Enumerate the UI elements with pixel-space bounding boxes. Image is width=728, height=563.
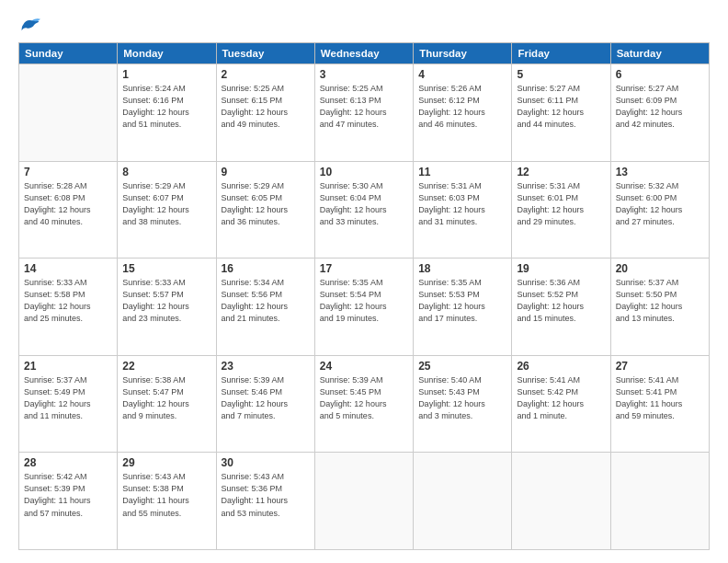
calendar-day-cell: 30Sunrise: 5:43 AM Sunset: 5:36 PM Dayli… — [216, 453, 314, 550]
day-info: Sunrise: 5:34 AM Sunset: 5:56 PM Dayligh… — [222, 277, 310, 325]
day-number: 22 — [122, 360, 210, 373]
calendar-day-cell: 18Sunrise: 5:35 AM Sunset: 5:53 PM Dayli… — [414, 259, 512, 356]
day-number: 24 — [320, 360, 408, 373]
day-number: 13 — [616, 166, 704, 178]
calendar-day-cell: 25Sunrise: 5:40 AM Sunset: 5:43 PM Dayli… — [414, 355, 512, 453]
day-info: Sunrise: 5:41 AM Sunset: 5:41 PM Dayligh… — [616, 374, 704, 422]
calendar-day-cell — [610, 453, 709, 550]
day-number: 15 — [122, 262, 210, 275]
day-number: 30 — [222, 456, 310, 469]
day-number: 20 — [616, 262, 704, 275]
day-info: Sunrise: 5:28 AM Sunset: 6:08 PM Dayligh… — [24, 180, 112, 228]
day-number: 18 — [418, 262, 506, 275]
day-number: 11 — [418, 166, 506, 178]
day-number: 1 — [122, 68, 210, 81]
weekday-friday: Friday — [512, 43, 610, 64]
calendar-day-cell: 10Sunrise: 5:30 AM Sunset: 6:04 PM Dayli… — [314, 161, 413, 259]
day-number: 28 — [24, 456, 112, 469]
weekday-monday: Monday — [118, 43, 216, 64]
day-info: Sunrise: 5:36 AM Sunset: 5:52 PM Dayligh… — [517, 277, 605, 325]
day-number: 14 — [24, 262, 112, 275]
weekday-wednesday: Wednesday — [314, 43, 413, 64]
calendar-day-cell — [314, 453, 413, 550]
day-info: Sunrise: 5:43 AM Sunset: 5:38 PM Dayligh… — [122, 471, 210, 519]
calendar-week-3: 14Sunrise: 5:33 AM Sunset: 5:58 PM Dayli… — [19, 259, 710, 356]
calendar-day-cell: 24Sunrise: 5:39 AM Sunset: 5:45 PM Dayli… — [314, 355, 413, 453]
day-number: 21 — [24, 360, 112, 373]
weekday-sunday: Sunday — [19, 43, 118, 64]
day-number: 3 — [320, 68, 408, 81]
day-info: Sunrise: 5:29 AM Sunset: 6:05 PM Dayligh… — [222, 180, 310, 228]
calendar-day-cell: 28Sunrise: 5:42 AM Sunset: 5:39 PM Dayli… — [19, 453, 118, 550]
day-info: Sunrise: 5:27 AM Sunset: 6:11 PM Dayligh… — [517, 83, 605, 131]
calendar-day-cell: 3Sunrise: 5:25 AM Sunset: 6:13 PM Daylig… — [314, 64, 413, 162]
calendar-day-cell: 14Sunrise: 5:33 AM Sunset: 5:58 PM Dayli… — [19, 259, 118, 356]
weekday-thursday: Thursday — [414, 43, 512, 64]
calendar-day-cell: 6Sunrise: 5:27 AM Sunset: 6:09 PM Daylig… — [610, 64, 709, 162]
calendar-day-cell: 5Sunrise: 5:27 AM Sunset: 6:11 PM Daylig… — [512, 64, 610, 162]
header — [18, 17, 710, 33]
day-info: Sunrise: 5:41 AM Sunset: 5:42 PM Dayligh… — [517, 374, 605, 422]
day-info: Sunrise: 5:24 AM Sunset: 6:16 PM Dayligh… — [122, 83, 210, 131]
day-info: Sunrise: 5:43 AM Sunset: 5:36 PM Dayligh… — [222, 471, 310, 519]
day-number: 2 — [222, 68, 310, 81]
calendar-day-cell: 17Sunrise: 5:35 AM Sunset: 5:54 PM Dayli… — [314, 259, 413, 356]
calendar-day-cell: 9Sunrise: 5:29 AM Sunset: 6:05 PM Daylig… — [216, 161, 314, 259]
calendar-day-cell: 15Sunrise: 5:33 AM Sunset: 5:57 PM Dayli… — [118, 259, 216, 356]
day-info: Sunrise: 5:35 AM Sunset: 5:53 PM Dayligh… — [418, 277, 506, 325]
calendar-day-cell — [512, 453, 610, 550]
day-info: Sunrise: 5:27 AM Sunset: 6:09 PM Dayligh… — [616, 83, 704, 131]
day-info: Sunrise: 5:38 AM Sunset: 5:47 PM Dayligh… — [122, 374, 210, 422]
calendar-week-1: 1Sunrise: 5:24 AM Sunset: 6:16 PM Daylig… — [19, 64, 710, 162]
calendar-day-cell: 23Sunrise: 5:39 AM Sunset: 5:46 PM Dayli… — [216, 355, 314, 453]
day-info: Sunrise: 5:37 AM Sunset: 5:49 PM Dayligh… — [24, 374, 112, 422]
day-number: 12 — [517, 166, 605, 178]
calendar-day-cell — [19, 64, 118, 162]
day-info: Sunrise: 5:26 AM Sunset: 6:12 PM Dayligh… — [418, 83, 506, 131]
logo-bird-icon — [20, 17, 40, 33]
calendar-day-cell: 1Sunrise: 5:24 AM Sunset: 6:16 PM Daylig… — [118, 64, 216, 162]
day-number: 5 — [517, 68, 605, 81]
day-info: Sunrise: 5:37 AM Sunset: 5:50 PM Dayligh… — [616, 277, 704, 325]
day-number: 8 — [122, 166, 210, 178]
calendar-day-cell: 4Sunrise: 5:26 AM Sunset: 6:12 PM Daylig… — [414, 64, 512, 162]
day-info: Sunrise: 5:29 AM Sunset: 6:07 PM Dayligh… — [122, 180, 210, 228]
day-number: 23 — [222, 360, 310, 373]
day-number: 19 — [517, 262, 605, 275]
day-info: Sunrise: 5:39 AM Sunset: 5:46 PM Dayligh… — [222, 374, 310, 422]
day-number: 10 — [320, 166, 408, 178]
calendar-week-4: 21Sunrise: 5:37 AM Sunset: 5:49 PM Dayli… — [19, 355, 710, 453]
day-info: Sunrise: 5:30 AM Sunset: 6:04 PM Dayligh… — [320, 180, 408, 228]
weekday-saturday: Saturday — [610, 43, 709, 64]
calendar-day-cell: 29Sunrise: 5:43 AM Sunset: 5:38 PM Dayli… — [118, 453, 216, 550]
day-info: Sunrise: 5:31 AM Sunset: 6:01 PM Dayligh… — [517, 180, 605, 228]
day-info: Sunrise: 5:25 AM Sunset: 6:15 PM Dayligh… — [222, 83, 310, 131]
calendar-day-cell: 20Sunrise: 5:37 AM Sunset: 5:50 PM Dayli… — [610, 259, 709, 356]
day-number: 29 — [122, 456, 210, 469]
day-number: 16 — [222, 262, 310, 275]
calendar-table: SundayMondayTuesdayWednesdayThursdayFrid… — [18, 42, 710, 550]
day-info: Sunrise: 5:42 AM Sunset: 5:39 PM Dayligh… — [24, 471, 112, 519]
calendar-day-cell: 19Sunrise: 5:36 AM Sunset: 5:52 PM Dayli… — [512, 259, 610, 356]
calendar-day-cell: 8Sunrise: 5:29 AM Sunset: 6:07 PM Daylig… — [118, 161, 216, 259]
day-number: 17 — [320, 262, 408, 275]
day-number: 4 — [418, 68, 506, 81]
day-number: 25 — [418, 360, 506, 373]
day-number: 26 — [517, 360, 605, 373]
calendar-day-cell: 26Sunrise: 5:41 AM Sunset: 5:42 PM Dayli… — [512, 355, 610, 453]
day-info: Sunrise: 5:35 AM Sunset: 5:54 PM Dayligh… — [320, 277, 408, 325]
calendar-day-cell: 7Sunrise: 5:28 AM Sunset: 6:08 PM Daylig… — [19, 161, 118, 259]
calendar-day-cell — [414, 453, 512, 550]
day-info: Sunrise: 5:33 AM Sunset: 5:58 PM Dayligh… — [24, 277, 112, 325]
day-info: Sunrise: 5:39 AM Sunset: 5:45 PM Dayligh… — [320, 374, 408, 422]
day-info: Sunrise: 5:40 AM Sunset: 5:43 PM Dayligh… — [418, 374, 506, 422]
day-info: Sunrise: 5:33 AM Sunset: 5:57 PM Dayligh… — [122, 277, 210, 325]
calendar-day-cell: 12Sunrise: 5:31 AM Sunset: 6:01 PM Dayli… — [512, 161, 610, 259]
weekday-header-row: SundayMondayTuesdayWednesdayThursdayFrid… — [19, 43, 710, 64]
weekday-tuesday: Tuesday — [216, 43, 314, 64]
day-number: 7 — [24, 166, 112, 178]
day-info: Sunrise: 5:31 AM Sunset: 6:03 PM Dayligh… — [418, 180, 506, 228]
calendar-day-cell: 11Sunrise: 5:31 AM Sunset: 6:03 PM Dayli… — [414, 161, 512, 259]
logo — [18, 17, 40, 33]
calendar-week-2: 7Sunrise: 5:28 AM Sunset: 6:08 PM Daylig… — [19, 161, 710, 259]
